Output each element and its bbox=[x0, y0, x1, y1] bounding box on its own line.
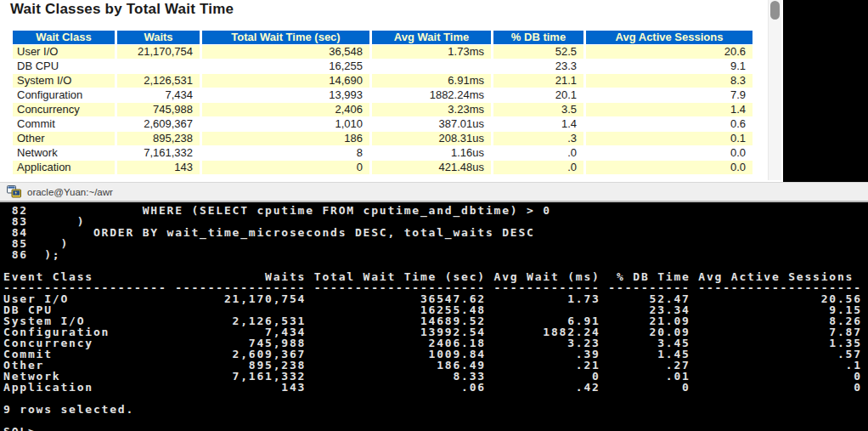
table-cell: 1.4 bbox=[586, 103, 752, 116]
table-cell: 36,548 bbox=[202, 45, 369, 59]
terminal[interactable]: 82 WHERE (SELECT cputime FROM cputime_an… bbox=[0, 202, 868, 431]
table-cell: 1,010 bbox=[202, 117, 369, 131]
table-body: User I/O21,170,75436,5481.73ms52.520.6DB… bbox=[13, 45, 752, 174]
terminal-output: 82 WHERE (SELECT cputime FROM cputime_an… bbox=[0, 202, 868, 431]
column-header: % DB time bbox=[493, 31, 583, 44]
table-cell: 20.6 bbox=[586, 45, 752, 59]
column-header: Avg Active Sessions bbox=[586, 31, 752, 44]
scrollbar[interactable] bbox=[768, 0, 781, 180]
table-cell: 2,406 bbox=[202, 103, 369, 116]
table-cell: Other bbox=[13, 132, 115, 145]
table-cell: 7.9 bbox=[586, 88, 752, 102]
table-row: Other895,238186208.31us.30.1 bbox=[13, 132, 752, 145]
report-window: Wait Classes by Total Wait Time Wait Cla… bbox=[0, 0, 783, 182]
table-row: Commit2,609,3671,010387.01us1.40.6 bbox=[13, 117, 752, 131]
table-cell: 21,170,754 bbox=[117, 45, 200, 59]
table-cell: 2,126,531 bbox=[117, 74, 200, 88]
table-header-row: Wait ClassWaitsTotal Wait Time (sec)Avg … bbox=[13, 31, 752, 44]
table-row: System I/O2,126,53114,6906.91ms21.18.3 bbox=[13, 74, 752, 88]
table-cell: 745,988 bbox=[117, 103, 200, 116]
table-cell bbox=[117, 60, 200, 73]
terminal-titlebar[interactable]: oracle@Yuan:~/awr bbox=[0, 182, 868, 202]
table-cell: Commit bbox=[13, 117, 115, 131]
terminal-title: oracle@Yuan:~/awr bbox=[27, 187, 113, 197]
table-cell: 0.0 bbox=[586, 146, 752, 160]
column-header: Wait Class bbox=[13, 31, 115, 44]
table-cell: 8 bbox=[202, 146, 369, 160]
table-cell: 0.1 bbox=[586, 132, 752, 145]
table-cell: 186 bbox=[202, 132, 369, 145]
table-cell: 23.3 bbox=[493, 60, 583, 73]
table-cell: Concurrency bbox=[13, 103, 115, 116]
table-cell: .0 bbox=[493, 161, 583, 174]
table-cell: System I/O bbox=[13, 74, 115, 88]
table-cell: 208.31us bbox=[372, 132, 491, 145]
table-cell: 0 bbox=[202, 161, 369, 174]
table-cell: 895,238 bbox=[117, 132, 200, 145]
table-cell: 20.1 bbox=[493, 88, 583, 102]
scrollbar-thumb[interactable] bbox=[770, 1, 780, 20]
table-cell: 21.1 bbox=[493, 74, 583, 88]
table-cell: 7,434 bbox=[117, 88, 200, 102]
table-cell: 52.5 bbox=[493, 45, 583, 59]
table-cell: 14,690 bbox=[202, 74, 369, 88]
terminal-icon bbox=[7, 185, 21, 198]
table-cell: 1882.24ms bbox=[372, 88, 491, 102]
wait-class-table: Wait ClassWaitsTotal Wait Time (sec)Avg … bbox=[10, 30, 755, 175]
table-cell: 143 bbox=[117, 161, 200, 174]
table-cell bbox=[372, 60, 491, 73]
table-row: DB CPU16,25523.39.1 bbox=[13, 60, 752, 73]
table-row: Concurrency745,9882,4063.23ms3.51.4 bbox=[13, 103, 752, 116]
table-cell: 421.48us bbox=[372, 161, 491, 174]
table-cell: 3.5 bbox=[493, 103, 583, 116]
table-cell: Application bbox=[13, 161, 115, 174]
table-cell: 387.01us bbox=[372, 117, 491, 131]
table-cell: 1.73ms bbox=[372, 45, 491, 59]
page-title: Wait Classes by Total Wait Time bbox=[10, 1, 234, 18]
table-cell: .0 bbox=[493, 146, 583, 160]
table-cell: .3 bbox=[493, 132, 583, 145]
table-cell: Configuration bbox=[13, 88, 115, 102]
table-cell: User I/O bbox=[13, 45, 115, 59]
column-header: Total Wait Time (sec) bbox=[202, 31, 369, 44]
table-cell: Network bbox=[13, 146, 115, 160]
table-cell: 16,255 bbox=[202, 60, 369, 73]
table-cell: 7,161,332 bbox=[117, 146, 200, 160]
table-cell: 0.6 bbox=[586, 117, 752, 131]
table-row: Application1430421.48us.00.0 bbox=[13, 161, 752, 174]
table-cell: 8.3 bbox=[586, 74, 752, 88]
table-row: User I/O21,170,75436,5481.73ms52.520.6 bbox=[13, 45, 752, 59]
table-cell: 6.91ms bbox=[372, 74, 491, 88]
column-header: Avg Wait Time bbox=[372, 31, 491, 44]
table-cell: 2,609,367 bbox=[117, 117, 200, 131]
table-row: Network7,161,33281.16us.00.0 bbox=[13, 146, 752, 160]
column-header: Waits bbox=[117, 31, 200, 44]
table-cell: 1.4 bbox=[493, 117, 583, 131]
table-cell: 9.1 bbox=[586, 60, 752, 73]
table-cell: 13,993 bbox=[202, 88, 369, 102]
table-row: Configuration7,43413,9931882.24ms20.17.9 bbox=[13, 88, 752, 102]
table-cell: 0.0 bbox=[586, 161, 752, 174]
table-cell: 1.16us bbox=[372, 146, 491, 160]
table-cell: DB CPU bbox=[13, 60, 115, 73]
table-cell: 3.23ms bbox=[372, 103, 491, 116]
